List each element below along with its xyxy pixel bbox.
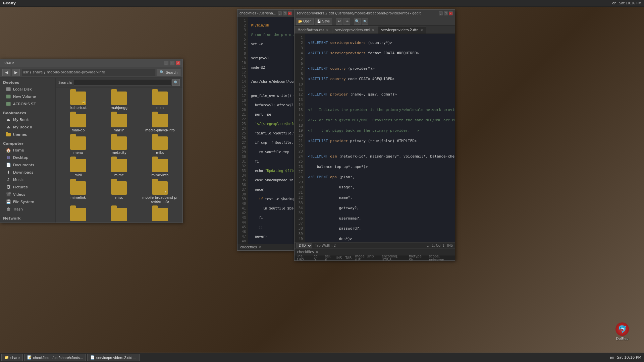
editor1-code-area[interactable]: 12345 678910 1112131415 1617181920 21222… <box>237 17 294 244</box>
forward-button[interactable]: ▶ <box>12 69 20 76</box>
file-item-mobile-broadband[interactable]: mobile-broadband-provider-info <box>140 180 180 205</box>
zoom-in-button[interactable]: 🔍 <box>354 18 361 25</box>
sidebar-item-videos[interactable]: 🎬 Videos <box>0 191 55 198</box>
file-manager-toolbar: ◀ ▶ usr / share / mobile-broadband-provi… <box>0 67 182 78</box>
sidebar-item-pictures[interactable]: 🖼 Pictures <box>0 183 55 191</box>
file-item-mahjongg[interactable]: mahjongg <box>99 90 139 111</box>
toolbar-separator <box>334 18 334 24</box>
open-button[interactable]: 📂 Open <box>296 18 314 25</box>
path-segment-mobile[interactable]: mobile-broadband-provider-info <box>47 70 105 74</box>
editor1-window-controls: _ □ × <box>278 11 292 15</box>
file-item-man-db[interactable]: man-db <box>58 113 98 134</box>
checkfiles-tab-label: checkfiles <box>240 245 257 249</box>
sidebar-item-acronis[interactable]: ACRONIS SZ <box>0 100 55 108</box>
sidebar-item-music[interactable]: ♪ Music <box>0 176 55 183</box>
sidebar-item-browse-network[interactable]: 🌐 Browse Network <box>0 221 55 223</box>
file-name: mono-2.0 <box>152 222 168 223</box>
checkfiles-tab[interactable]: checkfiles × <box>240 245 262 249</box>
minimize-button[interactable]: _ <box>164 61 168 65</box>
sidebar-item-downloads[interactable]: ⬇ Downloads <box>0 169 55 176</box>
file-item-mono[interactable]: mono <box>99 206 139 223</box>
dtd-selector[interactable]: DTD <box>297 243 312 248</box>
file-item-moc[interactable]: moc <box>58 206 98 223</box>
window-controls: _ □ × <box>164 61 180 65</box>
maximize-button[interactable]: □ <box>170 61 174 65</box>
taskbar-btn-share[interactable]: 📁 share <box>1 354 23 361</box>
undo-button[interactable]: ↩ <box>336 18 342 25</box>
sidebar-item-newvolume[interactable]: New Volume <box>0 93 55 100</box>
file-item-media-player-info[interactable]: media-player-info <box>140 113 180 134</box>
close-button[interactable]: × <box>176 61 180 65</box>
file-item-mimelink[interactable]: mimelink <box>58 180 98 205</box>
editor1-maximize-button[interactable]: □ <box>283 11 287 15</box>
open-icon: 📂 <box>298 19 302 23</box>
file-item-mono-20[interactable]: mono-2.0 <box>140 206 180 223</box>
sidebar-item-localdisk[interactable]: Local Disk <box>0 85 55 93</box>
desktop-icon-dolfiles[interactable]: 🐬 DolFies <box>610 321 634 342</box>
sidebar-item-desktop[interactable]: 🖥 Desktop <box>0 154 55 161</box>
tab-serviceproviders-xml[interactable]: serviceproviders.xml × <box>332 26 378 34</box>
file-item-midi[interactable]: midi <box>58 158 98 179</box>
file-name: midi <box>74 173 82 177</box>
editor1-minimize-button[interactable]: _ <box>278 11 282 15</box>
tab-spdtd-close[interactable]: × <box>420 28 423 32</box>
folder-icon <box>111 136 127 150</box>
sidebar-item-mybookii[interactable]: ⏏ My Book II <box>0 123 55 131</box>
search-input[interactable] <box>74 79 171 86</box>
file-item-lxshortcut[interactable]: lxshortcut <box>58 90 98 111</box>
tab-serviceproviders-dtd[interactable]: serviceproviders.2.dtd × <box>378 26 426 34</box>
editor2-maximize-button[interactable]: □ <box>444 11 448 15</box>
back-button[interactable]: ◀ <box>2 69 10 76</box>
col-info: col: 0 <box>314 254 322 261</box>
file-item-metacity[interactable]: metacity <box>99 135 139 156</box>
search-go-button[interactable]: 🔍 <box>172 79 180 86</box>
editor2-minimize-button[interactable]: _ <box>439 11 443 15</box>
sidebar-item-filesystem[interactable]: 💾 File System <box>0 198 55 205</box>
tab-modebutton-close[interactable]: × <box>326 28 329 32</box>
checkfiles-tab-close[interactable]: × <box>258 245 262 249</box>
path-segment-usr[interactable]: usr <box>23 70 29 74</box>
file-item-mime[interactable]: mime <box>99 158 139 179</box>
sidebar-item-home[interactable]: 🏠 Home <box>0 146 55 154</box>
sidebar-item-themes[interactable]: themes <box>0 131 55 138</box>
ins-label: INS <box>447 244 453 247</box>
file-manager-window: share _ □ × ◀ ▶ usr / share / mobile-bro… <box>0 59 183 223</box>
editor2-status-bar: DTD Tab Width: 2 Ln 1, Col 1 INS <box>294 242 455 248</box>
tab-spxml-close[interactable]: × <box>372 28 375 32</box>
folder-icon <box>152 136 168 150</box>
search-button[interactable]: 🔍 Search <box>157 69 180 76</box>
sidebar-item-trash[interactable]: 🗑 Trash <box>0 205 55 213</box>
music-label: Music <box>13 178 23 182</box>
editor2-tab-bar: ModeButton.css × serviceproviders.xml × … <box>294 26 455 34</box>
file-name: media-player-info <box>145 128 175 132</box>
zoom-out-button[interactable]: 🔍 <box>362 18 368 25</box>
file-name: mibs <box>156 151 164 155</box>
sidebar-item-documents[interactable]: 📄 Documents <box>0 161 55 169</box>
system-time: Sat 10:16 PM <box>619 1 641 5</box>
folder-icon <box>152 208 168 221</box>
taskbar-btn-gedit[interactable]: 📄 serviceproviders.2.dtd ... <box>87 354 140 361</box>
editor2-close-button[interactable]: × <box>449 11 453 15</box>
editor2-checkfiles-close[interactable]: × <box>315 250 319 254</box>
redo-button[interactable]: ↪ <box>343 18 350 25</box>
save-button[interactable]: 💾 Save <box>315 18 332 25</box>
file-item-marlin[interactable]: marlin <box>99 113 139 134</box>
music-icon: ♪ <box>7 177 10 182</box>
editor1-close-button[interactable]: × <box>288 11 292 15</box>
desktop-label: Desktop <box>13 156 28 160</box>
sidebar-item-mybook[interactable]: ⏏ My Book <box>0 116 55 123</box>
editor2-code-area[interactable]: 12345 678910 1112131415 1617181920 21222… <box>294 34 455 242</box>
vid-icon: 🎬 <box>6 192 11 197</box>
file-item-mibs[interactable]: mibs <box>140 135 180 156</box>
editor2-checkfiles-tab[interactable]: checkfiles × <box>297 250 319 254</box>
file-item-misc[interactable]: misc <box>99 180 139 205</box>
file-item-mime-info[interactable]: mime-info <box>140 158 180 179</box>
folder-icon <box>70 208 86 221</box>
tab-modebutton[interactable]: ModeButton.css × <box>294 26 332 34</box>
taskbar-btn-checkfiles[interactable]: 📝 checkfiles - /usr/share/xfonts... <box>24 354 86 361</box>
file-name: misc <box>115 196 123 200</box>
file-name: lxshortcut <box>70 106 87 110</box>
file-item-menu[interactable]: menu <box>58 135 98 156</box>
file-item-man[interactable]: man <box>140 90 180 111</box>
path-segment-share[interactable]: share <box>33 70 43 74</box>
